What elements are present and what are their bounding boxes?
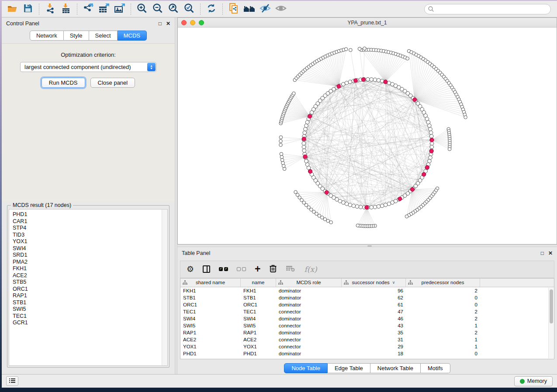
- table-row[interactable]: SWI4SWI4 dominator46 2: [180, 315, 554, 322]
- zoom-in-button[interactable]: [135, 3, 149, 16]
- table-options-button[interactable]: ⚙: [187, 264, 194, 275]
- mcds-result-item[interactable]: YOX1: [13, 238, 159, 245]
- ring-node: [370, 206, 374, 210]
- sort-chevron-icon: ∨: [392, 280, 395, 285]
- first-neighbors-button[interactable]: [242, 3, 256, 16]
- control-panel-titlebar: Control Panel □ ✕: [2, 17, 175, 30]
- table-row[interactable]: FKH1FKH1 dominator96 2: [180, 287, 554, 294]
- search-input[interactable]: [424, 4, 551, 14]
- network-canvas[interactable]: [178, 28, 557, 244]
- export-image-button[interactable]: [113, 3, 127, 16]
- column-header-shared-name[interactable]: shared name: [180, 279, 241, 287]
- table-row[interactable]: SWI5SWI5 connector43 1: [180, 322, 554, 329]
- network-window-title: YPA_prune.txt_1: [178, 20, 557, 26]
- export-image-icon: [114, 3, 125, 15]
- zoom-selected-button[interactable]: [182, 3, 196, 16]
- column-header-predecessor-nodes[interactable]: predecessor nodes: [406, 279, 480, 287]
- mcds-result-item[interactable]: STP4: [13, 225, 159, 232]
- table-row[interactable]: RAP1RAP1 dominator35 2: [180, 329, 554, 336]
- mcds-result-list[interactable]: PHD1CAR1STP4TID3YOX1SWI4SRD1PMA2FKH1ACE2…: [9, 209, 168, 366]
- mcds-result-item[interactable]: CAR1: [13, 218, 159, 225]
- mcds-result-item[interactable]: FKH1: [13, 265, 159, 272]
- import-network-button[interactable]: [43, 3, 57, 16]
- mcds-result-item[interactable]: GCR1: [13, 320, 159, 327]
- mcds-result-item[interactable]: PMA2: [13, 259, 159, 266]
- network-window-titlebar[interactable]: YPA_prune.txt_1: [178, 18, 557, 28]
- ring-node: [302, 145, 306, 149]
- table-scrollbar[interactable]: [548, 288, 554, 358]
- tab-network-table[interactable]: Network Table: [370, 363, 421, 373]
- mcds-result-item[interactable]: SWI4: [13, 245, 159, 252]
- ring-node: [370, 78, 374, 82]
- leaf-node: [281, 162, 285, 165]
- add-column-button[interactable]: +: [255, 264, 260, 275]
- save-button[interactable]: [21, 3, 35, 16]
- export-network-button[interactable]: [81, 3, 95, 16]
- delete-table-button[interactable]: [286, 264, 295, 275]
- mcds-list-scrollbar[interactable]: [162, 210, 167, 365]
- gear-icon: ⚙: [187, 265, 194, 273]
- import-table-button[interactable]: [59, 3, 73, 16]
- horizontal-splitter[interactable]: [177, 244, 557, 247]
- open-button[interactable]: [5, 3, 19, 16]
- task-history-button[interactable]: [6, 376, 18, 386]
- export-table-button[interactable]: [97, 3, 111, 16]
- tab-edge-table[interactable]: Edge Table: [328, 363, 370, 373]
- import-table-icon: [61, 3, 71, 15]
- mcds-result-item[interactable]: TID3: [13, 232, 159, 239]
- tab-motifs[interactable]: Motifs: [421, 363, 450, 373]
- table-row[interactable]: STB1STB1 dominator62 0: [180, 294, 554, 301]
- hide-selected-button[interactable]: [258, 3, 272, 16]
- leaf-node: [464, 116, 467, 119]
- zoom-fit-button[interactable]: [166, 3, 180, 16]
- deselect-all-button[interactable]: [237, 264, 246, 275]
- tab-mcds[interactable]: MCDS: [118, 31, 147, 41]
- mcds-result-item[interactable]: STB1: [13, 299, 159, 306]
- run-mcds-button[interactable]: Run MCDS: [42, 78, 85, 88]
- splitter-handle-icon[interactable]: [367, 245, 372, 247]
- tab-network[interactable]: Network: [30, 31, 64, 41]
- mcds-result-item[interactable]: RAP1: [13, 292, 159, 299]
- table-scrollbar-thumb[interactable]: [550, 289, 553, 323]
- column-header-successor-nodes[interactable]: successor nodes∨: [342, 279, 406, 287]
- float-panel-icon[interactable]: □: [159, 21, 162, 26]
- table-row[interactable]: ORC1ORC1 dominator61 0: [180, 301, 554, 308]
- mcds-result-item[interactable]: PHD1: [13, 211, 159, 218]
- search-icon: [428, 6, 434, 14]
- table-row[interactable]: TEC1TEC1 connector47 2: [180, 308, 554, 315]
- close-panel-icon[interactable]: ✕: [548, 251, 553, 256]
- tab-style[interactable]: Style: [64, 31, 89, 41]
- delete-column-button[interactable]: [269, 264, 277, 275]
- new-network-from-selection-button[interactable]: [227, 3, 241, 16]
- mcds-result-item[interactable]: TEC1: [13, 313, 159, 320]
- tab-select[interactable]: Select: [89, 31, 118, 41]
- mcds-node: [422, 172, 426, 176]
- toolbar-separator: [222, 3, 223, 15]
- memory-button[interactable]: Memory: [514, 376, 553, 386]
- column-header-name[interactable]: name: [241, 279, 276, 287]
- open-folder-icon: [7, 3, 17, 14]
- zoom-out-button[interactable]: [151, 3, 165, 16]
- float-panel-icon[interactable]: □: [541, 251, 544, 256]
- optimization-criterion-dropdown[interactable]: largest connected component (undirected)…: [20, 62, 156, 72]
- mcds-result-item[interactable]: SRD1: [13, 252, 159, 259]
- tab-node-table[interactable]: Node Table: [284, 363, 328, 373]
- mcds-result-item[interactable]: STB5: [13, 279, 159, 286]
- function-builder-button[interactable]: f(x): [304, 264, 317, 275]
- mcds-result-item[interactable]: SWI5: [13, 306, 159, 313]
- table-row[interactable]: ACE2ACE2 connector31 1: [180, 336, 554, 343]
- table-row[interactable]: PHD1PHD1 dominator18 0: [180, 350, 554, 357]
- show-column-button[interactable]: [203, 264, 210, 275]
- close-panel-button[interactable]: Close panel: [90, 78, 135, 88]
- ring-node: [304, 124, 308, 128]
- table-row[interactable]: YOX1YOX1 connector29 1: [180, 343, 554, 350]
- column-header-MCDS-role[interactable]: MCDS role: [276, 279, 342, 287]
- close-panel-icon[interactable]: ✕: [166, 21, 170, 26]
- mcds-result-item[interactable]: ACE2: [13, 272, 159, 279]
- deselect-all-icon: [237, 267, 246, 271]
- show-all-button[interactable]: [274, 3, 288, 16]
- refresh-layout-button[interactable]: [204, 3, 218, 16]
- select-all-button[interactable]: [219, 264, 228, 275]
- ring-node: [366, 78, 370, 82]
- mcds-result-item[interactable]: ORC1: [13, 286, 159, 293]
